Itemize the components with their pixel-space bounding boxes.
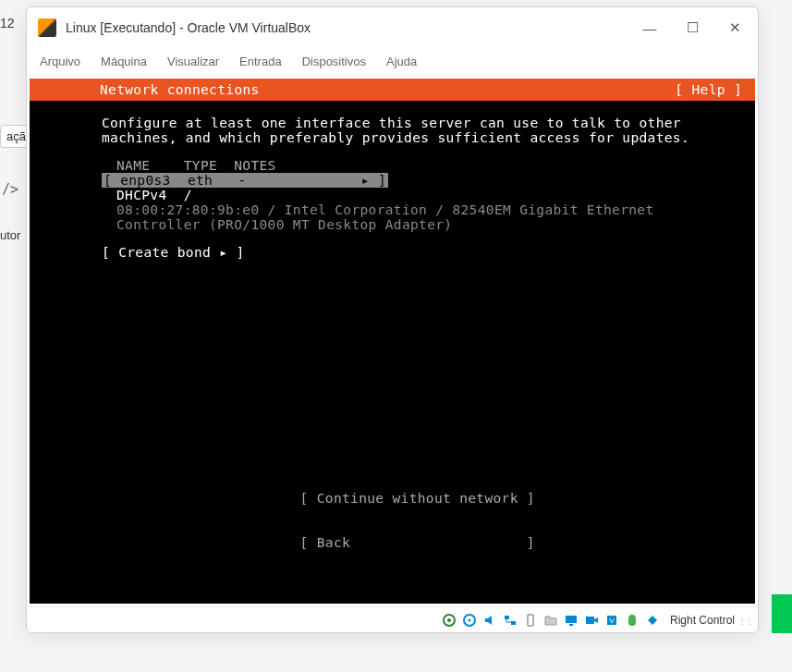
vm-console[interactable]: Network connections [ Help ] Configure a…: [30, 79, 755, 604]
menu-dispositivos[interactable]: Dispositivos: [299, 53, 370, 70]
menu-dots-icon: [737, 614, 750, 627]
usb-icon[interactable]: [522, 612, 539, 629]
titlebar: Linux [Executando] - Oracle VM VirtualBo…: [27, 7, 758, 48]
hostkey-indicator[interactable]: Right Control: [670, 614, 750, 627]
menu-arquivo[interactable]: Arquivo: [36, 53, 84, 70]
instructions-text: Configure at least one interface this se…: [30, 116, 755, 145]
background-text: 12: [0, 16, 15, 31]
interface-dhcp-row: DHCPv4 /: [30, 188, 755, 202]
menu-visualizar[interactable]: Visualizar: [164, 53, 223, 70]
continue-without-network-button[interactable]: [ Continue without network ]: [300, 491, 535, 506]
mouse-integration-icon[interactable]: [624, 612, 640, 629]
network-icon[interactable]: [502, 612, 518, 629]
background-text: utor: [0, 228, 20, 242]
recording-icon[interactable]: [583, 612, 600, 629]
menubar: Arquivo Máquina Visualizar Entrada Dispo…: [27, 48, 758, 76]
display-icon[interactable]: [563, 612, 579, 629]
interface-type: eth: [188, 172, 213, 188]
interface-notes: -: [238, 172, 246, 188]
shared-folders-icon[interactable]: [542, 612, 559, 629]
svg-rect-7: [566, 616, 577, 623]
back-button[interactable]: [ Back ]: [300, 535, 535, 550]
statusbar: V Right Control: [27, 606, 758, 632]
svg-text:V: V: [609, 617, 615, 625]
svg-rect-9: [586, 617, 594, 624]
interface-row-selected[interactable]: [ enp0s3 eth -▸ ]: [102, 173, 388, 188]
create-bond-button[interactable]: [ Create bond ▸ ]: [30, 245, 755, 260]
virtualbox-window: Linux [Executando] - Oracle VM VirtualBo…: [26, 6, 759, 633]
background-green-bar: [772, 594, 792, 633]
menu-ajuda[interactable]: Ajuda: [383, 53, 420, 70]
maximize-button[interactable]: ☐: [684, 19, 701, 36]
svg-rect-4: [505, 616, 509, 619]
chevron-right-icon: ▸: [361, 172, 370, 188]
close-button[interactable]: ✕: [726, 19, 743, 36]
virtualbox-icon: [38, 18, 56, 37]
footer-buttons: [ Continue without network ] [ Back ]: [30, 446, 755, 594]
optical-icon[interactable]: [461, 612, 478, 629]
window-controls: — ☐ ✕: [641, 19, 747, 36]
menu-maquina[interactable]: Máquina: [97, 53, 151, 70]
keyboard-capture-icon[interactable]: [644, 612, 661, 629]
svg-rect-8: [569, 624, 573, 626]
interface-hardware-info: 08:00:27:80:9b:e0 / Intel Corporation / …: [30, 202, 755, 232]
screen-title: Network connections: [43, 82, 260, 97]
harddisk-icon[interactable]: [441, 612, 457, 629]
background-text: />: [2, 181, 18, 198]
svg-point-1: [447, 618, 451, 622]
hostkey-label: Right Control: [670, 614, 735, 627]
help-button[interactable]: [ Help ]: [675, 82, 742, 97]
cpu-icon[interactable]: V: [603, 612, 620, 629]
menu-entrada[interactable]: Entrada: [236, 53, 286, 70]
window-title: Linux [Executando] - Oracle VM VirtualBo…: [66, 20, 632, 35]
interface-name: enp0s3: [120, 172, 171, 188]
installer-header: Network connections [ Help ]: [30, 79, 755, 101]
interface-table-header: NAME TYPE NOTES: [30, 158, 755, 173]
svg-rect-6: [528, 615, 533, 626]
minimize-button[interactable]: —: [641, 19, 658, 36]
svg-point-3: [468, 618, 470, 621]
audio-icon[interactable]: [481, 612, 498, 629]
